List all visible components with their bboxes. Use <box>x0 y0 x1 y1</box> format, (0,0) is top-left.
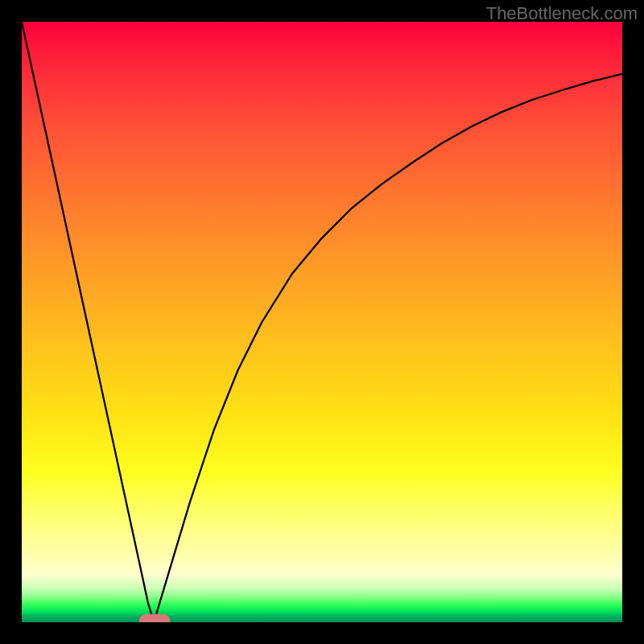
chart-plot-area <box>22 22 622 622</box>
watermark-text: TheBottleneck.com <box>486 3 638 24</box>
chart-curve-svg <box>22 22 622 622</box>
chart-outer-frame <box>0 0 644 644</box>
bottleneck-curve <box>22 22 622 622</box>
chart-minimum-marker <box>139 614 170 622</box>
